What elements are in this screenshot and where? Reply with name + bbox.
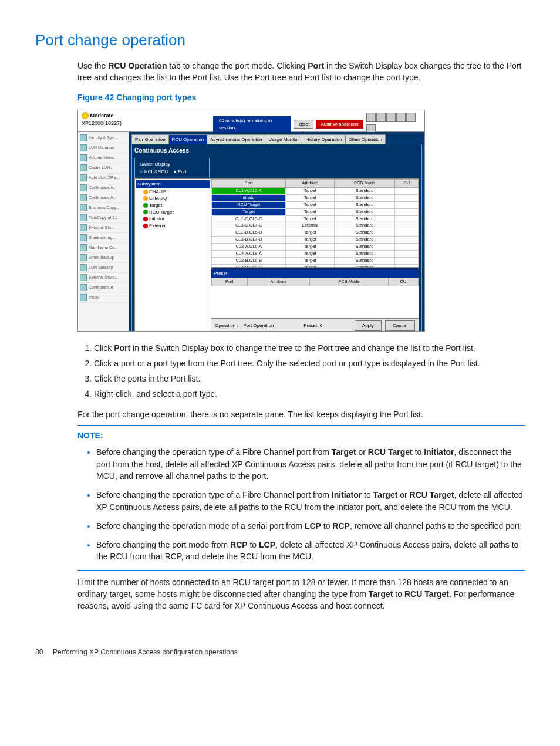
nav-item[interactable]: Mainframe Co... xyxy=(79,243,127,253)
tree-node[interactable]: External xyxy=(136,222,210,229)
notes-list: Before changing the operation type of a … xyxy=(77,446,525,562)
step-item: Click a port or a port type from the Por… xyxy=(94,357,525,369)
tool-icon[interactable] xyxy=(386,113,396,122)
operation-value: Port Operation xyxy=(243,323,274,328)
nav-item[interactable]: Cache LUN / xyxy=(79,163,127,173)
page-number: 80 xyxy=(35,648,43,656)
rcu-panel: Continuous Access Switch Display MCU&RCU… xyxy=(131,144,422,331)
switch-display-box: Switch Display MCU&RCU Port xyxy=(134,158,210,178)
tab[interactable]: Asynchronous Operation xyxy=(207,134,265,144)
reset-button[interactable]: Reset xyxy=(294,120,314,129)
apply-button[interactable]: Apply xyxy=(355,320,382,331)
nav-item[interactable]: Direct Backup xyxy=(79,253,127,263)
preset-pane: Preset PortAttributePCB ModeCU xyxy=(211,269,419,318)
step-item: Click the ports in the Port list. xyxy=(94,373,525,384)
nav-item[interactable]: LUN Manager xyxy=(79,143,127,153)
radio-port[interactable]: Port xyxy=(174,168,187,175)
nav-item[interactable]: Identity & Syst... xyxy=(79,133,127,143)
nav-item[interactable]: Configuration xyxy=(79,283,127,293)
bold: Port xyxy=(308,61,324,70)
device-id: XP12000(10227) xyxy=(82,120,122,126)
tree-node[interactable]: Target xyxy=(136,202,210,209)
panel-header: Continuous Access xyxy=(134,147,419,156)
note-item: Before changing the operation type of a … xyxy=(96,446,525,482)
section-title: Performing XP Continuous Access configur… xyxy=(53,648,238,656)
step-item: Click Port in the Switch Display box to … xyxy=(94,342,525,354)
port-grid[interactable]: PortAttributePCB ModeCUCL1-A,CL5-ATarget… xyxy=(211,178,419,268)
nav-item[interactable]: Business Copy... xyxy=(79,203,127,213)
session-remaining: 60 minute(s) remaining in session. xyxy=(213,116,291,132)
tool-icon[interactable] xyxy=(396,113,406,122)
tab[interactable]: Usage Monitor xyxy=(265,134,302,144)
nav-item[interactable]: External Sto... xyxy=(79,223,127,233)
top-toolbar: 60 minute(s) remaining in session. Reset… xyxy=(213,120,421,129)
preset-header: Preset xyxy=(211,269,419,278)
tool-icon[interactable] xyxy=(406,113,416,122)
page-title: Port change operation xyxy=(35,29,525,52)
after-steps-text: For the port change operation, there is … xyxy=(77,409,525,420)
tool-icon[interactable] xyxy=(366,113,376,122)
operation-label: Operation : xyxy=(215,323,238,328)
tab[interactable]: Other Operation xyxy=(345,134,386,144)
tab[interactable]: RCU Operation xyxy=(168,134,208,144)
note-item: Before changing the operation mode of a … xyxy=(96,520,525,532)
note-item: Before changing the port mode from RCP t… xyxy=(96,539,525,563)
nav-item[interactable]: Auto LUN XP a... xyxy=(79,173,127,183)
left-nav: Identity & Syst...LUN ManagerVolume Mana… xyxy=(78,132,129,332)
screenshot-window: Moderate XP12000(10227) 60 minute(s) rem… xyxy=(77,110,425,332)
status-icon xyxy=(82,112,89,119)
audit-status: Audit:Wraparound xyxy=(316,120,363,129)
preset-count: Preset: 0 xyxy=(303,322,322,329)
main-area: Pair OperationRCU OperationAsynchronous … xyxy=(129,132,424,332)
tree-root[interactable]: Subsystem xyxy=(136,180,210,188)
separator xyxy=(77,570,525,571)
window-mode: Moderate xyxy=(90,113,114,119)
tree-node[interactable]: CHA-1E xyxy=(136,188,210,195)
text: Use the xyxy=(77,61,108,70)
tab-strip: Pair OperationRCU OperationAsynchronous … xyxy=(131,134,422,144)
operation-line: Operation : Port Operation Preset: 0 App… xyxy=(211,318,419,331)
tree-node[interactable]: CHA-2Q xyxy=(136,195,210,202)
nav-item[interactable]: Continuous A... xyxy=(79,183,127,193)
switch-display-label: Switch Display xyxy=(140,161,204,168)
bold: RCU Operation xyxy=(108,61,167,70)
separator xyxy=(77,425,525,426)
note-item: Before changing the operation type of a … xyxy=(96,489,525,513)
nav-item[interactable]: Install xyxy=(79,293,127,303)
radio-mcurcu[interactable]: MCU&RCU xyxy=(140,168,168,175)
tab[interactable]: Pair Operation xyxy=(131,134,169,144)
port-tree[interactable]: SubsystemCHA-1ECHA-2QTargetRCU TargetIni… xyxy=(134,178,212,331)
nav-item[interactable]: LUN Security xyxy=(79,263,127,273)
tool-icon[interactable] xyxy=(376,113,386,122)
nav-item[interactable]: External Stora... xyxy=(79,273,127,283)
tree-node[interactable]: Initiator xyxy=(136,215,210,222)
page-footer: 80 Performing XP Continuous Access confi… xyxy=(35,647,525,657)
step-item: Right-click, and select a port type. xyxy=(94,388,525,400)
intro-paragraph: Use the RCU Operation tab to change the … xyxy=(77,60,525,84)
nav-item[interactable]: Continuous A... xyxy=(79,193,127,203)
tree-node[interactable]: RCU Target xyxy=(136,209,210,216)
cancel-button[interactable]: Cancel xyxy=(385,320,415,331)
tab[interactable]: History Operation xyxy=(302,134,345,144)
closing-paragraph: Limit the number of hosts connected to a… xyxy=(77,576,525,612)
nav-item[interactable]: TrueCopy of Z... xyxy=(79,213,127,223)
note-heading: NOTE: xyxy=(77,430,525,441)
figure-caption: Figure 42 Changing port types xyxy=(77,92,525,103)
nav-item[interactable]: Volume Mana... xyxy=(79,153,127,163)
text: tab to change the port mode. Clicking xyxy=(167,61,308,70)
steps-list: Click Port in the Switch Display box to … xyxy=(77,342,525,400)
nav-item[interactable]: Shadowimag... xyxy=(79,233,127,243)
